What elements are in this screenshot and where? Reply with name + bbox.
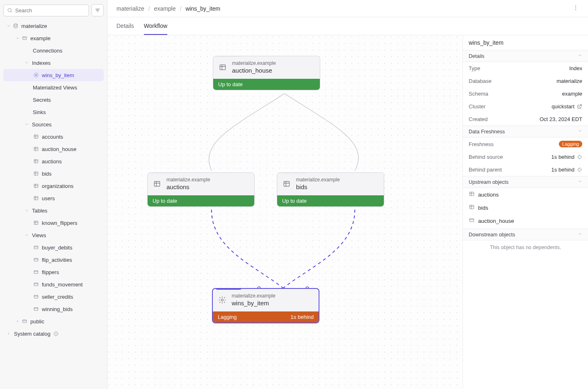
section-label: Data Freshness bbox=[469, 129, 505, 135]
table-icon bbox=[469, 191, 475, 197]
tree-system-catalog[interactable]: System catalog bbox=[3, 327, 104, 340]
main: materialize / example / wins_by_item Det… bbox=[107, 0, 588, 389]
freshness-badge: Lagging bbox=[559, 141, 582, 147]
tree-view-funds-movement[interactable]: funds_movement bbox=[3, 278, 104, 291]
svg-rect-24 bbox=[34, 197, 38, 200]
crumb-schema[interactable]: example bbox=[154, 5, 176, 12]
node-wins-by-item[interactable]: quickstart materialize.example wins_by_i… bbox=[212, 288, 319, 323]
view-icon bbox=[469, 217, 475, 223]
tree-view-flip-activities[interactable]: flip_activities bbox=[3, 254, 104, 266]
search-input[interactable]: Search bbox=[3, 5, 89, 16]
tree-group-tables[interactable]: Tables bbox=[3, 204, 104, 217]
workflow-canvas[interactable]: quickstart materialize.example auction_h… bbox=[107, 35, 463, 389]
tree-view-buyer-debits[interactable]: buyer_debits bbox=[3, 241, 104, 254]
section-label: Details bbox=[469, 53, 484, 59]
node-status: Up to date bbox=[213, 79, 320, 90]
node-auctions[interactable]: quickstart materialize.example auctions … bbox=[147, 172, 255, 207]
chevron-down-icon bbox=[25, 208, 29, 213]
table-icon bbox=[33, 171, 39, 176]
target-icon[interactable] bbox=[577, 167, 582, 172]
tree-source-organizations[interactable]: organizations bbox=[3, 180, 104, 192]
object-tree: materialize example Connections Indexes … bbox=[3, 20, 104, 340]
tree-database-materialize[interactable]: materialize bbox=[3, 20, 104, 32]
tab-details[interactable]: Details bbox=[116, 17, 134, 35]
detail-cluster: Cluster quickstart bbox=[463, 100, 588, 113]
tree-group-views[interactable]: Views bbox=[3, 229, 104, 241]
table-icon bbox=[469, 204, 475, 210]
tree-group-connections[interactable]: Connections bbox=[3, 44, 104, 57]
tree-label: accounts bbox=[42, 134, 63, 140]
detail-type: TypeIndex bbox=[463, 62, 588, 75]
tree-group-sinks[interactable]: Sinks bbox=[3, 106, 104, 118]
tree-group-secrets[interactable]: Secrets bbox=[3, 94, 104, 106]
view-icon bbox=[33, 281, 39, 287]
section-details-header[interactable]: Details bbox=[463, 50, 588, 62]
svg-rect-6 bbox=[23, 37, 26, 40]
tree-view-seller-credits[interactable]: seller_credits bbox=[3, 291, 104, 303]
tree-label: Tables bbox=[32, 208, 48, 214]
detail-created: CreatedOct 23, 2024 EDT bbox=[463, 113, 588, 126]
upstream-auction-house[interactable]: auction_house bbox=[463, 214, 588, 229]
section-upstream-header[interactable]: Upstream objects bbox=[463, 176, 588, 188]
tree-source-users[interactable]: users bbox=[3, 192, 104, 204]
tree-source-accounts[interactable]: accounts bbox=[3, 130, 104, 143]
node-auction-house[interactable]: quickstart materialize.example auction_h… bbox=[213, 56, 320, 90]
svg-rect-9 bbox=[34, 135, 38, 138]
svg-rect-78 bbox=[470, 219, 474, 222]
svg-rect-38 bbox=[34, 295, 38, 298]
tree-label: funds_movement bbox=[42, 281, 83, 288]
svg-point-48 bbox=[575, 7, 576, 8]
crumb-sep: / bbox=[148, 5, 150, 12]
search-icon bbox=[7, 7, 13, 13]
view-icon bbox=[33, 257, 39, 263]
tree-source-bids[interactable]: bids bbox=[3, 167, 104, 180]
cluster-link[interactable]: quickstart bbox=[552, 103, 574, 110]
status-text: Up to date bbox=[153, 198, 177, 204]
chevron-down-icon bbox=[577, 128, 582, 133]
table-icon bbox=[33, 134, 39, 140]
section-freshness-header[interactable]: Data Freshness bbox=[463, 126, 588, 137]
chevron-right-icon bbox=[7, 332, 11, 336]
svg-rect-21 bbox=[34, 184, 38, 188]
section-downstream-header[interactable]: Downstream objects bbox=[463, 229, 588, 240]
node-name: wins_by_item bbox=[232, 300, 276, 307]
external-link-icon[interactable] bbox=[577, 104, 582, 109]
tree-view-winning-bids[interactable]: winning_bids bbox=[3, 303, 104, 315]
tab-workflow[interactable]: Workflow bbox=[144, 17, 167, 35]
behind-parent-value: 1s behind bbox=[552, 167, 574, 173]
tree-index-wins-by-item[interactable]: wins_by_item bbox=[3, 69, 104, 81]
upstream-auctions[interactable]: auctions bbox=[463, 188, 588, 201]
svg-point-47 bbox=[575, 5, 576, 6]
svg-rect-52 bbox=[220, 65, 225, 70]
tree-group-sources[interactable]: Sources bbox=[3, 118, 104, 130]
node-status: Up to date bbox=[148, 195, 254, 206]
target-icon[interactable] bbox=[577, 154, 582, 160]
freshness-row: Freshness Lagging bbox=[463, 137, 588, 151]
cluster-chip: quickstart bbox=[280, 172, 306, 174]
schema-icon bbox=[22, 318, 27, 324]
tree-label: System catalog bbox=[14, 331, 50, 337]
tree-schema-public[interactable]: public bbox=[3, 315, 104, 327]
tree-label: auctions bbox=[42, 158, 62, 165]
table-icon bbox=[33, 146, 39, 152]
upstream-bids[interactable]: bids bbox=[463, 201, 588, 214]
tree-source-auction-house[interactable]: auction_house bbox=[3, 143, 104, 155]
tree-group-indexes[interactable]: Indexes bbox=[3, 57, 104, 69]
tree-group-mat-views[interactable]: Materialized Views bbox=[3, 81, 104, 94]
tree-table-known-flippers[interactable]: known_flippers bbox=[3, 217, 104, 229]
more-actions-button[interactable] bbox=[572, 5, 579, 12]
cluster-chip: quickstart bbox=[150, 172, 177, 174]
crumb-object[interactable]: wins_by_item bbox=[185, 5, 220, 12]
svg-point-5 bbox=[14, 24, 17, 25]
node-bids[interactable]: quickstart materialize.example bids Up t… bbox=[277, 172, 384, 207]
filter-button[interactable] bbox=[91, 4, 104, 16]
index-icon bbox=[33, 72, 39, 78]
tree-view-flippers[interactable]: flippers bbox=[3, 266, 104, 278]
tree-source-auctions[interactable]: auctions bbox=[3, 155, 104, 167]
index-icon bbox=[218, 296, 226, 304]
table-icon bbox=[33, 195, 39, 201]
tree-schema-example[interactable]: example bbox=[3, 32, 104, 44]
node-path: materialize.example bbox=[232, 293, 276, 299]
crumb-database[interactable]: materialize bbox=[116, 5, 144, 12]
section-label: Upstream objects bbox=[469, 179, 508, 185]
